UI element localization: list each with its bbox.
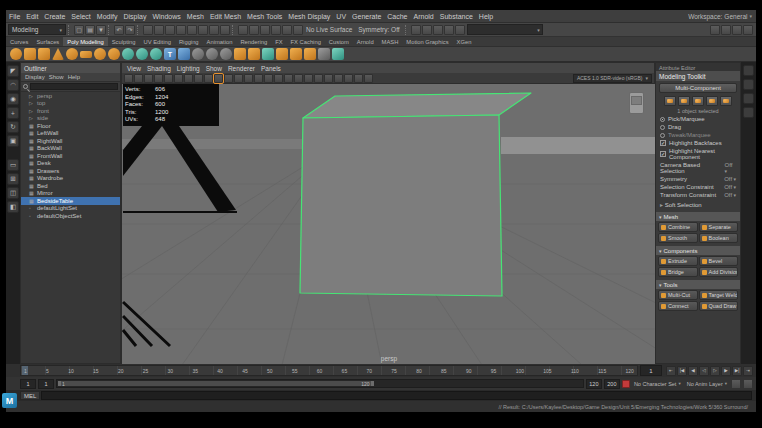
shelf-boolean-intersection-icon[interactable] [220, 48, 232, 60]
range-slider[interactable]: 1 120 [56, 379, 584, 388]
menu-item[interactable]: Mesh [184, 13, 207, 20]
layer-editor-tab-icon[interactable] [743, 107, 754, 118]
shelf-multi-cut-icon[interactable] [318, 48, 330, 60]
step-back-frame-button[interactable]: ◀ [688, 366, 698, 376]
shelf-boolean-union-icon[interactable] [192, 48, 204, 60]
isolate-select-icon[interactable] [364, 74, 373, 83]
outliner-item[interactable]: front [21, 107, 120, 115]
open-scene-icon[interactable]: ▤ [85, 25, 95, 35]
drag-radio[interactable]: Drag [656, 123, 740, 131]
menu-item[interactable]: Display [120, 13, 149, 20]
symmetry-dropdown[interactable]: Symmetry Off [656, 175, 740, 183]
ipr-render-icon[interactable] [444, 25, 454, 35]
smooth-button[interactable]: Smooth [658, 233, 698, 243]
layout-outliner-persp[interactable]: ◧ [7, 201, 19, 213]
mask-handles-icon[interactable] [176, 25, 186, 35]
viewport-menu-item[interactable]: View [124, 65, 144, 72]
shelf-poly-sphere-icon[interactable] [10, 48, 22, 60]
shelf-tab[interactable]: MASH [378, 37, 403, 46]
save-scene-icon[interactable]: ▼ [96, 25, 106, 35]
step-back-key-button[interactable]: |◀ [677, 366, 687, 376]
shelf-tab[interactable]: XGen [453, 37, 476, 46]
shelf-poly-cone-icon[interactable] [52, 48, 64, 60]
go-to-start-button[interactable]: ⇤ [666, 366, 676, 376]
connect-button[interactable]: Connect [658, 301, 698, 311]
render-current-frame-icon[interactable] [433, 25, 443, 35]
attribute-editor-tab-icon[interactable] [743, 65, 754, 76]
lighting-toggle-icon[interactable] [284, 74, 293, 83]
redo-icon[interactable]: ↷ [125, 25, 135, 35]
shadows-toggle-icon[interactable] [294, 74, 303, 83]
go-to-end-button[interactable]: ⇥ [743, 366, 753, 376]
film-gate-icon[interactable] [204, 74, 213, 83]
outliner-menu-item[interactable]: Show [47, 74, 66, 80]
shelf-quad-draw-icon[interactable] [332, 48, 344, 60]
shelf-platonic-solid-icon[interactable] [108, 48, 120, 60]
command-input[interactable] [41, 391, 752, 400]
frame-selected-icon[interactable] [274, 74, 283, 83]
playback-end-field[interactable]: 120 [586, 379, 602, 389]
shelf-tab[interactable]: Surfaces [32, 37, 63, 46]
shelf-svg-tool-icon[interactable] [178, 48, 190, 60]
target-weld-button[interactable]: Target Weld [699, 290, 739, 300]
play-backwards-button[interactable]: ◁ [699, 366, 709, 376]
layout-two-pane[interactable]: ◫ [7, 187, 19, 199]
uv-mode-icon[interactable] [706, 96, 718, 106]
multi-mode-icon[interactable] [720, 96, 732, 106]
snap-to-curve-icon[interactable] [249, 25, 259, 35]
outliner-item[interactable]: RightWall [21, 137, 120, 145]
select-camera-icon[interactable] [124, 74, 133, 83]
auto-keyframe-icon[interactable] [731, 379, 741, 389]
step-forward-key-button[interactable]: ▶| [732, 366, 742, 376]
viewport-canvas[interactable]: Verts: 606 Edges: 1204 Faces: 600 [122, 84, 656, 365]
outliner-item[interactable]: Desk [21, 160, 120, 168]
shelf-ultra-shape-icon[interactable] [150, 48, 162, 60]
camera-based-selection-dropdown[interactable]: Camera Based Selection Off [656, 161, 740, 175]
render-settings-icon[interactable] [455, 25, 465, 35]
bevel-button[interactable]: Bevel [699, 256, 739, 266]
outliner-menu-item[interactable]: Help [66, 74, 82, 80]
shelf-type-tool-icon[interactable]: T [164, 48, 176, 60]
shelf-tab[interactable]: Poly Modeling [63, 37, 107, 46]
shelf-spherical-harmonics-icon[interactable] [136, 48, 148, 60]
snap-to-view-plane-icon[interactable] [282, 25, 292, 35]
anim-layer-dropdown[interactable]: No Anim Layer [685, 381, 729, 387]
menu-item[interactable]: Generate [349, 13, 384, 20]
make-live-icon[interactable] [293, 25, 303, 35]
shelf-tab[interactable]: Rendering [236, 37, 271, 46]
multi-component-button[interactable]: Multi-Component [659, 83, 737, 93]
workspace-selector[interactable]: Workspace: General ▾ [688, 13, 756, 20]
quick-select-field[interactable]: ▾ [467, 24, 543, 35]
pick-marquee-radio[interactable]: Pick/Marquee [656, 115, 740, 123]
outliner-item[interactable]: Mirror [21, 190, 120, 198]
gate-mask-icon[interactable] [224, 74, 233, 83]
shelf-tab[interactable]: Motion Graphics [402, 37, 452, 46]
outliner-item[interactable]: side [21, 115, 120, 123]
show-modeling-toolkit-icon[interactable] [710, 25, 720, 35]
shelf-tab[interactable]: UV Editing [140, 37, 175, 46]
current-frame-field[interactable]: 1 [640, 365, 662, 376]
soft-selection-header[interactable]: Soft Selection [656, 199, 740, 210]
mel-toggle[interactable]: MEL [20, 391, 40, 400]
menu-item[interactable]: Arnold [411, 13, 437, 20]
outliner-item[interactable]: Floor [21, 122, 120, 130]
wireframe-on-shaded-icon[interactable] [344, 74, 353, 83]
anti-aliasing-icon[interactable] [324, 74, 333, 83]
snap-to-grid-icon[interactable] [238, 25, 248, 35]
view-cube-widget[interactable] [629, 92, 644, 114]
vertex-mode-icon[interactable] [664, 96, 676, 106]
step-forward-frame-button[interactable]: ▶ [721, 366, 731, 376]
menu-item[interactable]: Windows [149, 13, 183, 20]
resolution-gate-icon[interactable] [214, 74, 223, 83]
construction-history-icon[interactable] [411, 25, 421, 35]
safe-title-icon[interactable] [254, 74, 263, 83]
shelf-separate-icon[interactable] [248, 48, 260, 60]
time-slider[interactable]: 1510152025303540455055606570758085909510… [20, 365, 638, 376]
bridge-button[interactable]: Bridge [658, 267, 698, 277]
move-tool[interactable]: + [7, 107, 19, 119]
shelf-smooth-icon[interactable] [262, 48, 274, 60]
select-object-icon[interactable] [154, 25, 164, 35]
shelf-extrude-icon[interactable] [276, 48, 288, 60]
textured-mode-icon[interactable] [354, 74, 363, 83]
shelf-tab[interactable]: Curves [6, 37, 32, 46]
